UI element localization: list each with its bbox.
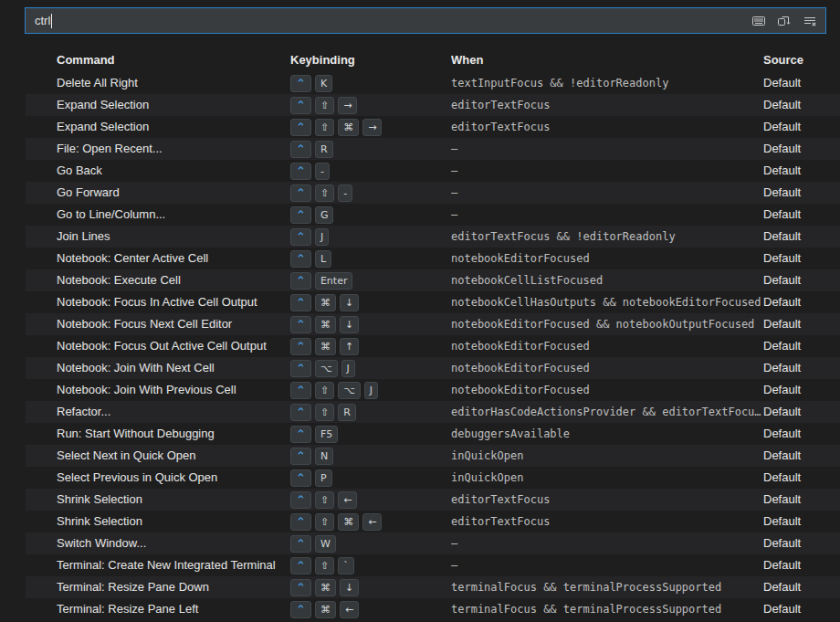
keycap-ctrl: ⌃ bbox=[290, 206, 311, 224]
clear-keybindings-search-icon bbox=[803, 14, 817, 28]
source-cell: Default bbox=[763, 401, 840, 423]
keybinding-cell: ⌃⇧⌘→ bbox=[290, 119, 451, 136]
command-cell: Join Lines bbox=[26, 226, 290, 248]
table-row[interactable]: Run: Start Without Debugging ⌃F5 debugge… bbox=[26, 423, 840, 445]
table-row[interactable]: Join Lines ⌃J editorTextFocus && !editor… bbox=[26, 226, 840, 248]
keycap-ctrl: ⌃ bbox=[290, 250, 311, 268]
table-row[interactable]: Notebook: Join With Next Cell ⌃⌥J notebo… bbox=[26, 357, 840, 379]
when-cell: notebookEditorFocused bbox=[451, 379, 763, 401]
keycap-ctrl: ⌃ bbox=[290, 579, 311, 596]
table-row[interactable]: Expand Selection ⌃⇧→ editorTextFocus Def… bbox=[26, 94, 840, 116]
table-row[interactable]: Go to Line/Column... ⌃G — Default bbox=[26, 204, 840, 226]
header-keybinding: Keybinding bbox=[290, 49, 451, 71]
when-cell: notebookEditorFocused && notebookOutputF… bbox=[451, 313, 763, 335]
table-row[interactable]: Expand Selection ⌃⇧⌘→ editorTextFocus De… bbox=[26, 116, 840, 138]
keycap: W bbox=[315, 535, 336, 553]
command-cell: Notebook: Focus Next Cell Editor bbox=[26, 313, 290, 335]
keycap: → bbox=[338, 97, 357, 114]
keybinding-cell: ⌃⇧R bbox=[290, 404, 451, 421]
table-row[interactable]: Notebook: Focus Out Active Cell Output ⌃… bbox=[26, 335, 840, 357]
table-row[interactable]: Notebook: Focus Next Cell Editor ⌃⌘↓ not… bbox=[26, 313, 840, 335]
keycap-ctrl: ⌃ bbox=[290, 272, 311, 290]
source-cell: Default bbox=[763, 269, 840, 291]
command-cell: Select Next in Quick Open bbox=[26, 445, 290, 467]
source-cell: Default bbox=[763, 94, 840, 116]
command-cell: Terminal: Resize Pane Down bbox=[26, 576, 290, 598]
search-actions bbox=[749, 11, 825, 30]
table-row[interactable]: Refactor... ⌃⇧R editorHasCodeActionsProv… bbox=[26, 401, 840, 423]
keycap: ⇧ bbox=[315, 97, 334, 114]
keybinding-cell: ⌃R bbox=[290, 141, 451, 158]
when-cell: inQuickOpen bbox=[451, 445, 763, 467]
keycap: ⇧ bbox=[315, 184, 334, 202]
keycap-ctrl: ⌃ bbox=[290, 535, 311, 553]
command-cell: Notebook: Join With Next Cell bbox=[26, 357, 290, 379]
source-cell: Default bbox=[763, 532, 840, 554]
keybindings-list: Delete All Right ⌃K textInputFocus && !e… bbox=[0, 72, 840, 620]
table-row[interactable]: Switch Window... ⌃W — Default bbox=[26, 532, 840, 554]
search-input-value: ctrl bbox=[35, 14, 50, 27]
when-cell: terminalFocus && terminalProcessSupporte… bbox=[451, 598, 763, 620]
keycap: ⌘ bbox=[315, 294, 336, 311]
command-cell: Refactor... bbox=[26, 401, 290, 423]
when-cell: notebookEditorFocused bbox=[451, 248, 763, 269]
clear-keybindings-search-button[interactable] bbox=[800, 11, 819, 30]
source-cell: Default bbox=[763, 423, 840, 445]
when-cell: notebookEditorFocused bbox=[451, 357, 763, 379]
command-cell: Run: Start Without Debugging bbox=[26, 423, 290, 445]
table-row[interactable]: Notebook: Execute Cell ⌃Enter notebookCe… bbox=[26, 269, 840, 291]
keycap: J bbox=[364, 382, 378, 399]
keycap-ctrl: ⌃ bbox=[290, 228, 311, 246]
keycap: J bbox=[315, 228, 329, 246]
keycap: ⇧ bbox=[315, 382, 334, 399]
when-cell: editorTextFocus bbox=[451, 511, 763, 532]
table-row[interactable]: Shrink Selection ⌃⇧← editorTextFocus Def… bbox=[26, 489, 840, 511]
keycap: L bbox=[315, 250, 331, 268]
table-row[interactable]: Delete All Right ⌃K textInputFocus && !e… bbox=[26, 72, 840, 94]
source-cell: Default bbox=[763, 511, 840, 532]
when-cell: editorTextFocus bbox=[451, 94, 763, 116]
keycap: ↓ bbox=[340, 316, 359, 333]
keycap: ⇧ bbox=[315, 491, 334, 509]
table-row[interactable]: Select Previous in Quick Open ⌃P inQuick… bbox=[26, 467, 840, 489]
command-cell: Notebook: Focus In Active Cell Output bbox=[26, 291, 290, 313]
keycap: ⌘ bbox=[315, 338, 336, 355]
source-cell: Default bbox=[763, 313, 840, 335]
keycap: J bbox=[341, 360, 355, 377]
source-cell: Default bbox=[763, 291, 840, 313]
keybinding-cell: ⌃⇧` bbox=[290, 557, 451, 575]
source-cell: Default bbox=[763, 226, 840, 248]
keycap: P bbox=[315, 469, 332, 487]
when-cell: debuggersAvailable bbox=[451, 423, 763, 445]
keycap: ⌘ bbox=[338, 119, 359, 136]
keybinding-cell: ⌃⇧⌥J bbox=[290, 382, 451, 399]
when-cell: notebookCellHasOutputs && notebookEditor… bbox=[451, 291, 763, 313]
keybindings-search-box: ctrl bbox=[25, 7, 826, 34]
search-input[interactable]: ctrl bbox=[26, 8, 749, 33]
table-row[interactable]: Terminal: Resize Pane Left ⌃⌘← terminalF… bbox=[26, 598, 840, 620]
keycap-ctrl: ⌃ bbox=[290, 601, 311, 618]
keycap: ` bbox=[338, 557, 354, 575]
keybinding-cell: ⌃G bbox=[290, 206, 451, 224]
record-keys-button[interactable] bbox=[749, 11, 768, 30]
keycap: - bbox=[338, 184, 352, 202]
table-row[interactable]: Go Back ⌃- — Default bbox=[26, 160, 840, 182]
command-cell: File: Open Recent... bbox=[26, 138, 290, 160]
sort-by-precedence-button[interactable] bbox=[774, 11, 793, 30]
table-row[interactable]: Go Forward ⌃⇧- — Default bbox=[26, 182, 840, 204]
source-cell: Default bbox=[763, 598, 840, 620]
table-row[interactable]: Notebook: Center Active Cell ⌃L notebook… bbox=[26, 248, 840, 269]
keybinding-cell: ⌃Enter bbox=[290, 272, 451, 290]
table-row[interactable]: Select Next in Quick Open ⌃N inQuickOpen… bbox=[26, 445, 840, 467]
keycap: ⌘ bbox=[315, 316, 336, 333]
table-row[interactable]: File: Open Recent... ⌃R — Default bbox=[26, 138, 840, 160]
keycap: ⌘ bbox=[315, 579, 336, 596]
keybindings-table: Command Keybinding When Source Delete Al… bbox=[0, 48, 840, 620]
source-cell: Default bbox=[763, 116, 840, 138]
table-row[interactable]: Notebook: Join With Previous Cell ⌃⇧⌥J n… bbox=[26, 379, 840, 401]
table-row[interactable]: Shrink Selection ⌃⇧⌘← editorTextFocus De… bbox=[26, 511, 840, 532]
table-row[interactable]: Notebook: Focus In Active Cell Output ⌃⌘… bbox=[26, 291, 840, 313]
table-row[interactable]: Terminal: Resize Pane Down ⌃⌘↓ terminalF… bbox=[26, 576, 840, 598]
keybinding-cell: ⌃⌘← bbox=[290, 601, 451, 618]
table-row[interactable]: Terminal: Create New Integrated Terminal… bbox=[26, 554, 840, 576]
